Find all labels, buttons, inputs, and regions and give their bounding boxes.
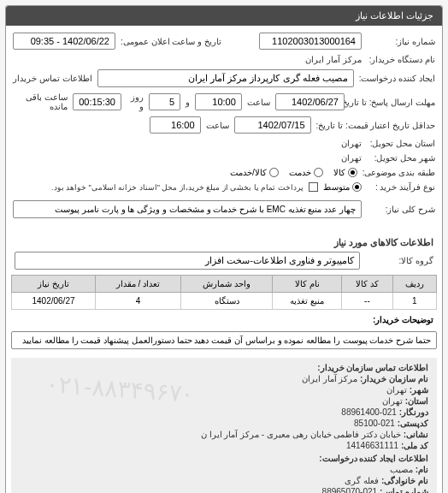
panel-body: شماره نیاز: 1102003013000164 تاریخ و ساع… xyxy=(6,26,442,230)
va-label: و xyxy=(186,98,190,107)
cat-radio-service[interactable]: خدمت xyxy=(289,168,323,177)
cell-code: -- xyxy=(342,293,392,310)
c-city-label: شهر: xyxy=(410,385,428,395)
tel-label: دورنگار: xyxy=(399,407,428,417)
treasury-checkbox[interactable] xyxy=(309,182,318,192)
table-header-row: ردیف کد کالا نام کالا واحد شمارش تعداد /… xyxy=(12,276,437,293)
tel-value: 021-88961400 xyxy=(341,407,397,417)
category-label: طبقه بندی موضوعی: xyxy=(363,168,435,177)
row-category: طبقه بندی موضوعی: کالا خدمت کالا/خدمت xyxy=(13,168,435,177)
info-eco: کد ملی: 14146631111 xyxy=(20,441,428,450)
c-city-value: تهران xyxy=(386,385,407,395)
creator-label: ایجاد کننده درخواست: xyxy=(359,74,435,83)
buyer-label: نام دستگاه خریدار: xyxy=(367,55,435,64)
family-value: فعله گری xyxy=(345,476,379,485)
radio-icon xyxy=(269,168,279,177)
info-org: نام سازمان خریدار: مرکز آمار ایران xyxy=(20,374,428,383)
desc-label: شرح کلی نیاز: xyxy=(367,205,435,214)
panel-title: جزئیات اطلاعات نیاز xyxy=(6,6,442,26)
creator-contact-title: اطلاعات ایجاد کننده درخواست: xyxy=(20,454,428,463)
family-label: نام خانوادگی: xyxy=(381,476,428,485)
city-label: شهر محل تحویل: xyxy=(367,153,435,163)
cat-opt1-label: کالا xyxy=(333,168,345,177)
validity-label: حداقل تاریخ اعتبار قیمت: تا تاریخ: xyxy=(316,121,435,130)
c-prov-value: تهران xyxy=(382,396,403,406)
cell-name: منبع تغذیه xyxy=(273,293,342,310)
city-value: تهران xyxy=(341,153,362,163)
validity-date-field[interactable]: 1402/07/15 xyxy=(234,116,311,134)
info-city: شهر: تهران xyxy=(20,385,428,395)
remain-label: ساعت باقی مانده xyxy=(13,92,68,111)
post-label: کدپستی: xyxy=(398,419,428,428)
deadline-days-field[interactable]: 5 xyxy=(149,93,180,110)
row-province: استان محل تحویل: تهران xyxy=(13,139,435,148)
name-label: نام: xyxy=(416,465,428,474)
th-code: کد کالا xyxy=(342,276,392,293)
th-unit: واحد شمارش xyxy=(181,276,273,293)
desc-field[interactable]: چهار عدد منبع تغذیه EMC با شرح خدمات و م… xyxy=(13,200,362,218)
process-radio-medium[interactable]: متوسط xyxy=(323,182,362,192)
table-row[interactable]: 1 -- منبع تغذیه دستگاه 4 1402/06/27 xyxy=(12,293,437,310)
row-deadline: مهلت ارسال پاسخ: تا تاریخ: 1402/06/27 سا… xyxy=(13,92,435,111)
buyer-note-field[interactable]: حتما شرح خدمات پیوست را مطالعه نموده و ب… xyxy=(11,331,437,349)
th-qty: تعداد / مقدار xyxy=(95,276,180,293)
info-tel: دورنگار: 021-88961400 xyxy=(20,407,428,417)
cell-qty: 4 xyxy=(95,293,180,310)
phone-value: 021-88965070 xyxy=(322,487,378,493)
row-process: نوع فرآیند خرید : متوسط پرداخت تمام یا ب… xyxy=(13,182,435,192)
eco-label: کد ملی: xyxy=(401,441,428,450)
group-field[interactable]: کامپیوتر و فناوری اطلاعات-سخت افزار xyxy=(15,252,360,270)
row-city: شهر محل تحویل: تهران xyxy=(13,153,435,163)
cat-opt3-label: کالا/خدمت xyxy=(230,168,267,177)
th-row: ردیف xyxy=(392,276,436,293)
info-post: کدپستی: 021-85100 xyxy=(20,419,428,428)
pub-date-label: تاریخ و ساعت اعلان عمومی: xyxy=(121,37,221,46)
th-date: تاریخ نیاز xyxy=(12,276,96,293)
pub-date-field[interactable]: 1402/06/22 - 09:35 xyxy=(13,33,115,50)
group-label: گروه کالا: xyxy=(365,256,433,265)
creator-field[interactable]: مصیب فعله گری کارپرداز مرکز آمار ایران xyxy=(97,69,354,87)
deadline-date-field[interactable]: 1402/06/27 xyxy=(275,93,345,110)
eco-value: 14146631111 xyxy=(346,441,398,450)
saat-label-1: ساعت xyxy=(247,98,270,107)
info-name: نام: مصیب xyxy=(20,465,428,474)
contact-section: ۰۲۱-۸۸۳۴۹۶۷۰ اطلاعات تماس سازمان خریدار:… xyxy=(11,358,437,493)
buyer-value: مرکز آمار ایران xyxy=(305,55,362,64)
c-prov-label: استان: xyxy=(405,396,428,406)
info-phone: شماره تماس: 021-88965070 xyxy=(20,487,428,493)
req-no-label: شماره نیاز: xyxy=(367,37,435,46)
row-group: گروه کالا: کامپیوتر و فناوری اطلاعات-سخت… xyxy=(6,252,442,270)
buyer-note-label: توضیحات خریدار: xyxy=(6,315,442,328)
cell-date: 1402/06/27 xyxy=(12,293,96,310)
cat-radio-both[interactable]: کالا/خدمت xyxy=(230,168,279,177)
province-value: تهران xyxy=(341,139,362,148)
addr-value: خیابان دکتر فاطمی خیابان رهی معیری - مرک… xyxy=(201,430,401,439)
cell-row: 1 xyxy=(392,293,436,310)
th-name: نام کالا xyxy=(273,276,342,293)
req-no-field[interactable]: 1102003013000164 xyxy=(259,33,362,50)
contact-buyer-label: اطلاعات تماس خریدار xyxy=(13,74,92,83)
row-validity: حداقل تاریخ اعتبار قیمت: تا تاریخ: 1402/… xyxy=(13,116,435,134)
row-req-pub: شماره نیاز: 1102003013000164 تاریخ و ساع… xyxy=(13,33,435,50)
validity-time-field[interactable]: 16:00 xyxy=(150,116,201,134)
category-radio-group: کالا خدمت کالا/خدمت xyxy=(230,168,357,177)
remain-time-field[interactable]: 00:15:30 xyxy=(73,93,121,110)
org-label: نام سازمان خریدار: xyxy=(360,374,428,383)
contact-title: اطلاعات تماس سازمان خریدار: xyxy=(20,363,428,372)
radio-icon xyxy=(314,168,323,177)
info-province: استان: تهران xyxy=(20,396,428,406)
cell-unit: دستگاه xyxy=(181,293,273,310)
saat-label-2: ساعت xyxy=(206,121,229,130)
need-details-panel: جزئیات اطلاعات نیاز شماره نیاز: 11020030… xyxy=(5,5,443,493)
process-note: پرداخت تمام یا بخشی از مبلغ خرید،از محل … xyxy=(51,183,304,192)
goods-table: ردیف کد کالا نام کالا واحد شمارش تعداد /… xyxy=(11,275,437,310)
process-label: نوع فرآیند خرید : xyxy=(367,182,435,192)
rooz-label: روز و xyxy=(127,92,144,111)
row-desc: شرح کلی نیاز: چهار عدد منبع تغذیه EMC با… xyxy=(13,200,435,218)
deadline-time-field[interactable]: 10:00 xyxy=(195,93,242,110)
addr-label: نشانی: xyxy=(404,430,428,439)
province-label: استان محل تحویل: xyxy=(367,139,435,148)
radio-icon xyxy=(348,168,357,177)
row-creator: ایجاد کننده درخواست: مصیب فعله گری کارپر… xyxy=(13,69,435,87)
cat-radio-goods[interactable]: کالا xyxy=(333,168,357,177)
